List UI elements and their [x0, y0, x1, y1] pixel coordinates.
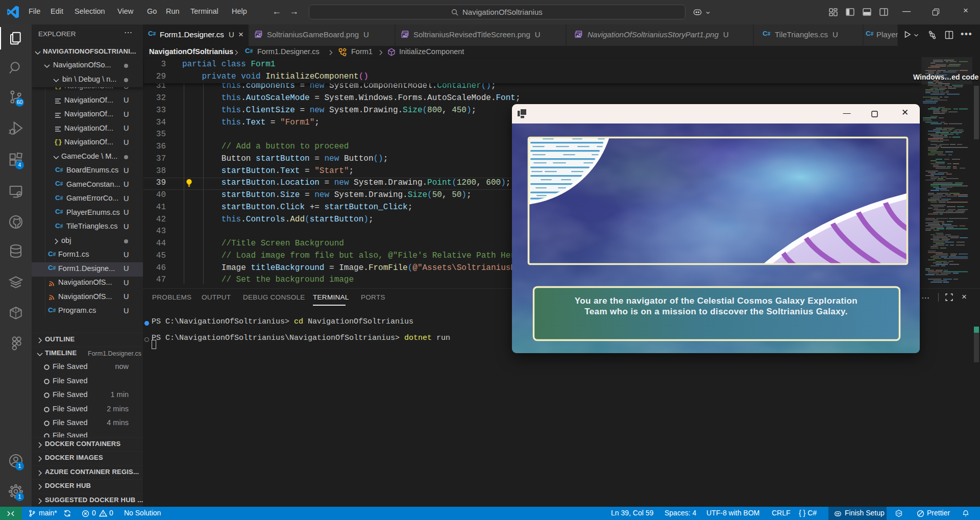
- svg-text:Team who is on a mission to di: Team who is on a mission to discover the…: [584, 307, 848, 316]
- svg-text:C#: C#: [897, 512, 901, 515]
- svg-text:You are the navigator of the C: You are the navigator of the Celestial C…: [575, 296, 857, 306]
